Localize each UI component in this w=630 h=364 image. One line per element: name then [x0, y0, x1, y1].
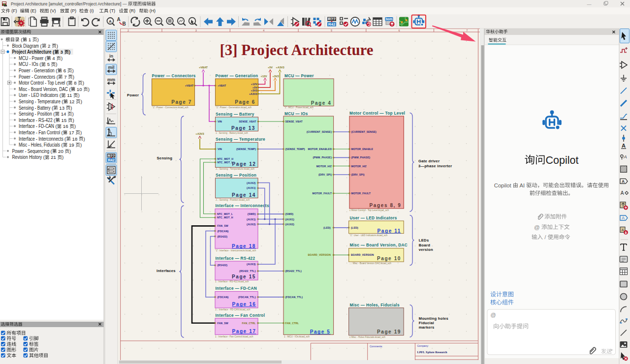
svg-text:MOTOR_FAULT: MOTOR_FAULT [351, 192, 371, 195]
svg-text:Page 6: Page 6 [235, 99, 255, 105]
svg-text:...: Misc - Board Version DAC.: ...: Misc - Board Version DAC.kicad_sch [349, 262, 391, 265]
svg-text:BOARD_VERSION: BOARD_VERSION [308, 253, 331, 256]
svg-text:{DRV_SPI}: {DRV_SPI} [351, 173, 365, 176]
svg-text:): ) [73, 74, 74, 80]
svg-text:Power - Generation: Power - Generation [19, 68, 55, 73]
svg-text:Page 12: Page 12 [232, 161, 256, 167]
svg-text:A: A [622, 215, 625, 220]
svg-text:Sensing - Position: Sensing - Position [19, 111, 52, 117]
svg-text:Company:: Company: [417, 344, 429, 347]
svg-text:bom: bom [386, 17, 393, 21]
svg-text:{LED}: {LED} [323, 226, 331, 229]
svg-text:Copilot: Copilot [546, 154, 579, 166]
svg-text:@: @ [491, 312, 496, 318]
svg-text:+A3V3: +A3V3 [195, 132, 204, 135]
svg-text:Block Diagram: Block Diagram [12, 43, 39, 49]
svg-text:A: A [117, 17, 120, 22]
svg-text:Revision History: Revision History [12, 154, 42, 160]
svg-text:Sensing — Temperature: Sensing — Temperature [216, 137, 265, 142]
svg-text:"1": Power - Generation.kicad_: "1": Power - Generation.kicad_sch [216, 106, 252, 109]
svg-text:+12V: +12V [260, 75, 267, 78]
svg-text:): ) [74, 123, 76, 129]
svg-text:{AUX1}: {AUX1} [285, 218, 294, 221]
svg-text:Project Architecture [amulet_c: Project Architecture [amulet_controller/… [11, 1, 128, 6]
svg-text:1: 1 [27, 37, 32, 42]
svg-text:Page 14: Page 14 [232, 192, 256, 198]
svg-text:version: version [419, 247, 433, 252]
svg-text:NTC_MOT_L: NTC_MOT_L [218, 161, 234, 164]
svg-text:4: 4 [263, 29, 264, 32]
svg-text:{SENSE_TEMP}: {SENSE_TEMP} [285, 148, 305, 151]
svg-text:"1": Interface - Interconnects: "1": Interface - Interconnects.kicad_sch [215, 249, 256, 252]
svg-text:13: 13 [58, 105, 66, 111]
svg-text:Misc - Holes, Fiducials: Misc - Holes, Fiducials [19, 142, 60, 148]
svg-text:{AUX2}: {AUX2} [285, 223, 294, 226]
svg-text:J..: Interface - FD-CAN.kicad_: J..: Interface - FD-CAN.kicad_sch [215, 308, 251, 311]
svg-text:{RS422_TTL}: {RS422_TTL} [239, 270, 255, 273]
svg-text:{LED}: {LED} [351, 226, 358, 229]
svg-text:MOTOR_ENABLED: MOTOR_ENABLED [308, 148, 332, 151]
svg-text:MCU - IOs: MCU - IOs [19, 61, 38, 67]
svg-text:6: 6 [62, 68, 67, 73]
svg-text:Page 7: Page 7 [171, 99, 192, 105]
svg-text:NTC_MOT_L: NTC_MOT_L [217, 212, 233, 215]
svg-text:FAN_CTRL: FAN_CTRL [285, 322, 300, 325]
svg-text:A: A [622, 228, 624, 232]
svg-text:{SWD}: {SWD} [248, 212, 256, 215]
svg-text:Page 17: Page 17 [232, 329, 256, 334]
svg-text:Interfaces: Interfaces [157, 269, 176, 273]
svg-text:): ) [80, 130, 82, 135]
svg-text:Motor Control — Top Level: Motor Control — Top Level [349, 111, 405, 116]
svg-text:Copilot: Copilot [494, 182, 513, 188]
svg-text:Page 11: Page 11 [378, 228, 401, 234]
svg-text:LEDs: LEDs [419, 238, 429, 243]
svg-text:): ) [70, 105, 72, 111]
svg-text:Pages 8, 9: Pages 8, 9 [370, 203, 402, 208]
svg-text:A: A [621, 190, 624, 196]
svg-text:Gate driver: Gate driver [418, 159, 440, 163]
svg-text:Page 16: Page 16 [232, 302, 256, 307]
svg-text:Page 19: Page 19 [377, 329, 401, 334]
svg-text:): ) [80, 142, 82, 148]
svg-text:): ) [57, 43, 58, 49]
svg-text:{SWD}: {SWD} [285, 212, 294, 215]
svg-text:Misc — Holes, Fiducials: Misc — Holes, Fiducials [350, 303, 400, 307]
svg-text:{AUX2}: {AUX2} [247, 223, 255, 226]
svg-text:Page 5: Page 5 [310, 329, 331, 334]
svg-text:Fiducial: Fiducial [419, 321, 434, 325]
svg-text:J..: Sensing - Temperature.kic: J..: Sensing - Temperature.kicad_sch [216, 168, 254, 170]
svg-text:+3V3: +3V3 [251, 89, 257, 92]
svg-text:+3V3: +3V3 [272, 75, 279, 78]
svg-text:{SENSE_TEMP}: {SENSE_TEMP} [236, 148, 256, 151]
svg-text:3: 3 [195, 29, 197, 32]
svg-text:Comments:: Comments: [370, 345, 383, 348]
svg-text:Power: Power [127, 93, 139, 97]
svg-text:+A3V3: +A3V3 [249, 92, 257, 95]
svg-text:MCU - Power: MCU - Power [19, 56, 44, 61]
svg-text:4: 4 [51, 56, 57, 61]
svg-text:+A3V3: +A3V3 [276, 66, 284, 69]
svg-text:+5V: +5V [252, 86, 257, 89]
svg-text:{RS422}: {RS422} [218, 264, 228, 267]
svg-text:): ) [81, 99, 82, 104]
svg-text:BOARD_VERSION: BOARD_VERSION [351, 253, 374, 256]
svg-text:markers: markers [419, 325, 435, 330]
svg-text:mm: mm [107, 77, 115, 82]
svg-text:MOTOR_ENABLE: MOTOR_ENABLE [351, 148, 374, 151]
svg-text:2: 2 [127, 29, 129, 32]
svg-text:Interface - RS-422: Interface - RS-422 [19, 118, 53, 123]
svg-text:12: 12 [68, 99, 76, 104]
svg-text:A: A [109, 19, 112, 24]
svg-text:B: B [122, 21, 126, 27]
svg-text:"1": Power - Connectors.kicad_: "1": Power - Connectors.kicad_sch [152, 106, 189, 109]
svg-text:Motor Control - Top Level: Motor Control - Top Level [19, 80, 65, 86]
svg-text:FAN_SW: FAN_SW [218, 322, 228, 325]
svg-text:2: 2 [46, 43, 52, 49]
svg-text:MOTOR_HIZ: MOTOR_HIZ [316, 165, 332, 168]
svg-text:Page 10: Page 10 [377, 256, 401, 261]
svg-text:Sensing — Position: Sensing — Position [216, 173, 256, 178]
svg-text:FAN_CTRL: FAN_CTRL [242, 322, 256, 325]
svg-text:): ) [37, 37, 38, 42]
svg-text:): ) [69, 149, 71, 154]
svg-text:R42: R42 [328, 22, 336, 27]
